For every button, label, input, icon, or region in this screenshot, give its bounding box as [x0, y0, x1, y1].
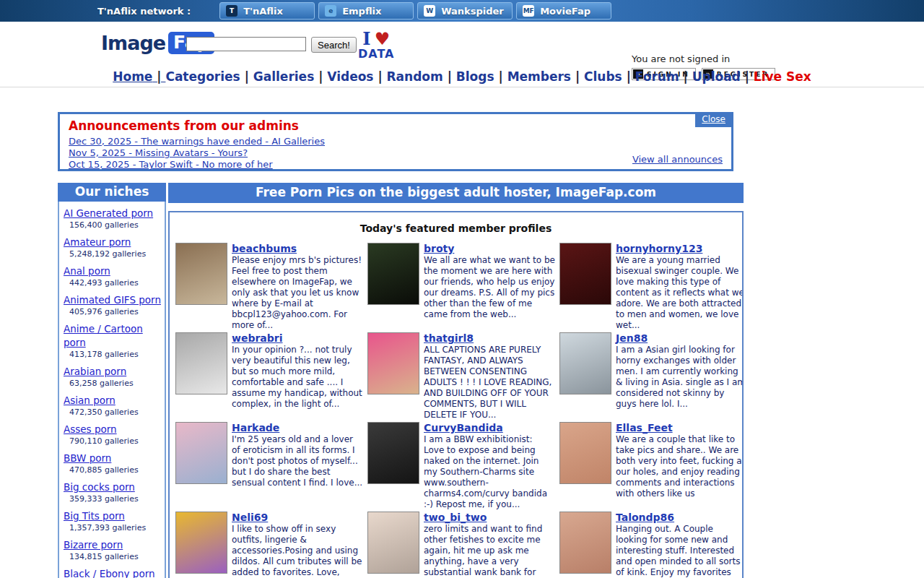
profile-thumbnail[interactable] — [175, 422, 227, 484]
network-site-button[interactable]: W Wankspider — [417, 2, 513, 20]
profile-username-link[interactable]: beachbums — [232, 243, 297, 254]
profile-thumbnail[interactable] — [367, 243, 419, 305]
niche-link[interactable]: Big Tits porn — [64, 510, 125, 522]
niche-item: Anal porn 442,493 galleries — [64, 264, 165, 288]
featured-profiles-title: Today's featured member profiles — [174, 223, 738, 234]
profile-card: webrabri In your opinion ?... not truly … — [174, 331, 363, 420]
profile-thumbnail[interactable] — [367, 512, 419, 574]
niches-sidebar: Our niches AI Generated porn 156,400 gal… — [58, 183, 166, 578]
moviefap-icon: MF — [523, 5, 534, 17]
nav-item[interactable]: Galleries — [253, 69, 328, 84]
profile-username-link[interactable]: CurvyBandida — [424, 422, 503, 434]
profile-thumbnail[interactable] — [367, 422, 419, 484]
featured-profiles-box: Today's featured member profiles beachbu… — [168, 211, 744, 578]
i-love-data-logo[interactable]: I ♥ DATA — [358, 30, 394, 60]
profile-thumbnail[interactable] — [175, 332, 227, 394]
announcement-link[interactable]: Oct 15, 2025 - Taylor Swift - No more of… — [69, 159, 273, 170]
announcement-link[interactable]: Dec 30, 2025 - The warnings have ended -… — [69, 136, 325, 147]
header: Image Fap Search! I ♥ DATA You are not s… — [0, 22, 924, 66]
profile-username-link[interactable]: Ellas_Feet — [616, 422, 673, 434]
profile-thumbnail[interactable] — [559, 512, 611, 574]
niche-link[interactable]: BBW porn — [64, 452, 111, 464]
nav-item[interactable]: Forum — [635, 69, 692, 84]
announcement-item: Dec 30, 2025 - The warnings have ended -… — [69, 136, 724, 147]
nav-item[interactable]: Upload — [692, 69, 754, 84]
profile-thumbnail[interactable] — [559, 332, 611, 394]
network-site-buttons: T T'nAflix e Empflix W Wankspider MF Mov… — [219, 2, 611, 20]
profile-username-link[interactable]: Neli69 — [232, 512, 268, 523]
search-area: Search! — [186, 37, 357, 53]
nav-item[interactable]: Categories — [165, 69, 253, 84]
niche-gallery-count: 5,248,192 galleries — [64, 249, 165, 259]
announcements-close-link[interactable]: Close — [695, 113, 732, 127]
profile-username-link[interactable]: webrabri — [232, 332, 283, 344]
wankspider-icon: W — [424, 5, 435, 17]
nav-item[interactable]: Live Sex — [754, 69, 811, 84]
niche-item: Amateur porn 5,248,192 galleries — [64, 235, 165, 259]
nav-item[interactable]: Home — [113, 69, 165, 84]
niche-link[interactable]: Bizarre porn — [64, 539, 123, 551]
nav-item[interactable]: Blogs — [456, 69, 507, 84]
niche-gallery-count: 405,976 galleries — [64, 307, 165, 316]
tnaflix-icon: T — [226, 5, 237, 17]
announcements-title: Announcements from our admins — [69, 118, 724, 133]
nav-item[interactable]: Clubs — [584, 69, 635, 84]
ild-i: I — [362, 28, 370, 49]
niche-item: Big Tits porn 1,357,393 galleries — [64, 509, 165, 532]
niche-link[interactable]: Arabian porn — [64, 366, 126, 377]
announcement-link[interactable]: Nov 5, 2025 - Missing Avatars - Yours? — [69, 147, 248, 158]
niche-link[interactable]: Black / Ebony porn — [64, 568, 155, 578]
network-site-button[interactable]: T T'nAflix — [219, 2, 315, 20]
profile-thumbnail[interactable] — [175, 512, 227, 574]
profile-description: I am a Asian girl looking for horny exch… — [616, 345, 744, 410]
profile-username-link[interactable]: broty — [424, 243, 454, 254]
profile-thumbnail[interactable] — [175, 243, 227, 305]
logo-text-image: Image — [101, 32, 165, 54]
profile-username-link[interactable]: Harkade — [232, 422, 279, 434]
network-site-button[interactable]: e Empflix — [318, 2, 414, 20]
niche-item: Animated GIFS porn 405,976 galleries — [64, 293, 165, 316]
profile-thumbnail[interactable] — [367, 332, 419, 394]
network-bar: T'nAflix network : T T'nAflix e Empflix … — [0, 0, 924, 22]
niche-item: AI Generated porn 156,400 galleries — [64, 206, 165, 230]
view-all-announces-link[interactable]: View all announces — [632, 154, 723, 165]
niche-gallery-count: 156,400 galleries — [64, 220, 165, 230]
nav-item[interactable]: Random — [387, 69, 456, 84]
profile-username-link[interactable]: Talondp86 — [616, 512, 674, 523]
niche-link[interactable]: Asses porn — [64, 423, 117, 435]
profile-username-link[interactable]: hornyhorny123 — [616, 243, 702, 254]
niche-link[interactable]: Anal porn — [64, 265, 110, 277]
niche-item: Asses porn 790,110 galleries — [64, 422, 165, 446]
network-bar-label: T'nAflix network : — [97, 6, 191, 17]
profile-card: hornyhorny123 We are a young married bis… — [558, 241, 744, 331]
niche-link[interactable]: Animated GIFS porn — [64, 294, 161, 306]
niche-link[interactable]: Asian porn — [64, 394, 116, 406]
search-button[interactable]: Search! — [311, 37, 357, 53]
niche-link[interactable]: Amateur porn — [64, 236, 131, 248]
niche-link[interactable]: AI Generated porn — [64, 207, 153, 219]
search-input[interactable] — [186, 37, 306, 51]
profile-username-link[interactable]: Jen88 — [616, 332, 648, 344]
profile-card: CurvyBandida I am a BBW exhibitionist: L… — [366, 420, 555, 510]
empflix-icon: e — [325, 5, 336, 17]
profile-card: Neli69 I like to show off in sexy outfit… — [174, 510, 363, 578]
niche-link[interactable]: Anime / Cartoon porn — [64, 323, 143, 348]
network-site-button[interactable]: MF MovieFap — [516, 2, 611, 20]
main-banner: Free Porn Pics on the biggest adult host… — [168, 183, 744, 203]
niche-gallery-count: 359,333 galleries — [64, 494, 165, 504]
profile-username-link[interactable]: thatgirl8 — [424, 332, 474, 344]
profile-description: zero limits and want to find other fetis… — [424, 524, 555, 578]
niche-link[interactable]: Big cocks porn — [64, 481, 135, 493]
profile-card: Talondp86 Hanging out. A Couple looking … — [558, 510, 744, 578]
featured-profiles-grid: beachbums Please enjoy mrs b's pictures!… — [174, 241, 738, 578]
profile-description: I'm 25 years old and a lover of eroticis… — [232, 434, 363, 488]
profile-card: Ellas_Feet We are a couple that like to … — [558, 420, 744, 510]
nav-item[interactable]: Members — [507, 69, 584, 84]
profile-thumbnail[interactable] — [559, 422, 611, 484]
profile-thumbnail[interactable] — [559, 243, 611, 305]
niche-item: Black / Ebony porn 254,325 galleries — [64, 566, 165, 578]
niche-list: AI Generated porn 156,400 galleries Amat… — [58, 202, 166, 578]
nav-item[interactable]: Videos — [327, 69, 386, 84]
profile-username-link[interactable]: two_bi_two — [424, 512, 487, 523]
niche-gallery-count: 134,815 galleries — [64, 552, 165, 561]
